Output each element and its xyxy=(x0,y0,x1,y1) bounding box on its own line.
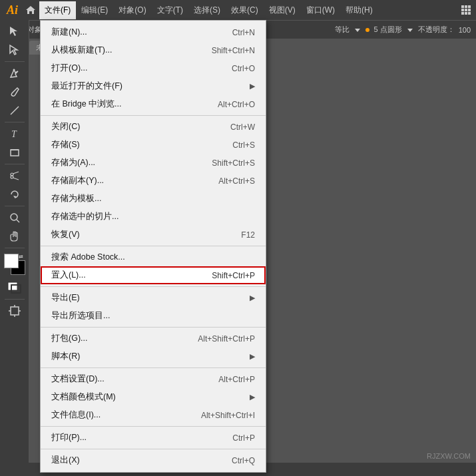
artboard-tool[interactable] xyxy=(3,302,27,320)
menu-save[interactable]: 存储(S) Ctrl+S xyxy=(41,136,266,154)
scale-label: 等比 xyxy=(335,25,350,35)
menu-search-adobe-stock[interactable]: 搜索 Adobe Stock... xyxy=(41,248,266,266)
menu-export-selection[interactable]: 导出所选项目... xyxy=(41,307,266,325)
file-menu-panel: 新建(N)... Ctrl+N 从模板新建(T)... Shift+Ctrl+N… xyxy=(40,20,266,473)
menu-recent-files[interactable]: 最近打开的文件(F) ▶ xyxy=(41,77,266,95)
menu-open[interactable]: 打开(O)... Ctrl+O xyxy=(41,59,266,77)
menu-new[interactable]: 新建(N)... Ctrl+N xyxy=(41,23,266,41)
fill-stroke-toggle[interactable] xyxy=(3,279,27,296)
tool-sep-2 xyxy=(5,122,25,122)
svg-marker-1 xyxy=(355,29,360,32)
tool-sep-1 xyxy=(5,61,25,62)
swap-colors-icon[interactable]: ⇄ xyxy=(19,254,25,260)
svg-line-6 xyxy=(11,107,19,115)
opacity-value: 100 xyxy=(459,26,471,34)
selection-tool[interactable] xyxy=(3,23,27,40)
menu-bar: Ai 文件(F) 编辑(E) 对象(O) 文字(T) 选择(S) 效果(C) 视… xyxy=(0,0,476,20)
svg-point-5 xyxy=(13,69,15,71)
svg-line-13 xyxy=(13,178,19,180)
layout-icon[interactable] xyxy=(461,5,471,15)
menu-file[interactable]: 文件(F) xyxy=(39,1,76,19)
sep-2 xyxy=(41,246,266,246)
color-dot xyxy=(365,28,369,32)
menu-package[interactable]: 打包(G)... Alt+Shift+Ctrl+P xyxy=(41,330,266,348)
menu-close[interactable]: 关闭(C) Ctrl+W xyxy=(41,118,266,136)
svg-marker-3 xyxy=(10,27,17,36)
shape-dropdown-icon xyxy=(406,26,414,34)
menu-doc-color-mode[interactable]: 文档颜色模式(M) ▶ xyxy=(41,388,266,406)
brush-tool[interactable] xyxy=(3,83,27,101)
svg-rect-8 xyxy=(11,150,19,156)
menu-text[interactable]: 文字(T) xyxy=(152,1,188,19)
menu-view[interactable]: 视图(V) xyxy=(264,1,301,19)
shape-tool[interactable] xyxy=(3,144,27,161)
scissors-tool[interactable] xyxy=(3,167,27,184)
menu-doc-setup[interactable]: 文档设置(D)... Alt+Ctrl+P xyxy=(41,370,266,388)
menu-revert[interactable]: 恢复(V) F12 xyxy=(41,226,266,244)
tool-sep-5 xyxy=(5,248,25,248)
ai-logo: Ai xyxy=(3,3,22,17)
menu-effect[interactable]: 效果(C) xyxy=(226,1,264,19)
menu-save-template[interactable]: 存储为模板... xyxy=(41,190,266,208)
color-selector[interactable]: ⇄ xyxy=(4,254,25,275)
zoom-tool[interactable] xyxy=(3,209,27,226)
menu-new-from-template[interactable]: 从模板新建(T)... Shift+Ctrl+N xyxy=(41,41,266,59)
watermark: RJZXW.COM xyxy=(427,452,471,460)
sep-6 xyxy=(41,426,266,427)
menu-save-copy[interactable]: 存储副本(Y)... Alt+Ctrl+S xyxy=(41,172,266,190)
menu-window[interactable]: 窗口(W) xyxy=(301,1,340,19)
menu-save-as[interactable]: 存储为(A)... Shift+Ctrl+S xyxy=(41,154,266,172)
svg-marker-2 xyxy=(407,29,413,32)
menu-quit[interactable]: 退出(X) Ctrl+Q xyxy=(41,451,266,469)
sep-5 xyxy=(41,367,266,368)
svg-text:T: T xyxy=(11,129,17,139)
menu-select[interactable]: 选择(S) xyxy=(188,1,226,19)
menu-browse-bridge[interactable]: 在 Bridge 中浏览... Alt+Ctrl+O xyxy=(41,95,266,113)
type-tool[interactable]: T xyxy=(3,125,27,142)
pen-tool[interactable] xyxy=(3,65,27,82)
scale-dropdown-icon xyxy=(354,26,361,34)
menu-file-info[interactable]: 文件信息(I)... Alt+Shift+Ctrl+I xyxy=(41,406,266,424)
svg-line-16 xyxy=(17,220,19,222)
line-tool[interactable] xyxy=(3,102,27,119)
menu-help[interactable]: 帮助(H) xyxy=(340,1,378,19)
sep-7 xyxy=(41,449,266,449)
tool-sep-6 xyxy=(5,299,25,300)
home-button[interactable] xyxy=(22,1,39,19)
menu-edit[interactable]: 编辑(E) xyxy=(76,1,113,19)
tool-sep-4 xyxy=(5,206,25,206)
foreground-color[interactable] xyxy=(4,254,19,268)
sep-4 xyxy=(41,327,266,328)
left-toolbar: T ⇄ xyxy=(0,20,29,463)
svg-line-12 xyxy=(13,172,19,174)
sep-3 xyxy=(41,286,266,287)
menu-object[interactable]: 对象(O) xyxy=(113,1,151,19)
menu-print[interactable]: 打印(P)... Ctrl+P xyxy=(41,429,266,447)
opacity-label: 不透明度： xyxy=(418,25,455,35)
menu-bar-right xyxy=(461,5,473,15)
svg-marker-0 xyxy=(26,6,35,14)
file-dropdown: 新建(N)... Ctrl+N 从模板新建(T)... Shift+Ctrl+N… xyxy=(40,20,266,473)
svg-rect-19 xyxy=(11,307,19,315)
menu-scripts[interactable]: 脚本(R) ▶ xyxy=(41,348,266,365)
svg-point-15 xyxy=(11,214,17,220)
direct-selection-tool[interactable] xyxy=(3,41,27,59)
hand-tool[interactable] xyxy=(3,228,27,245)
sep-1 xyxy=(41,115,266,116)
rotate-tool[interactable] xyxy=(3,186,27,203)
menu-save-selected-slices[interactable]: 存储选中的切片... xyxy=(41,208,266,226)
menu-export[interactable]: 导出(E) ▶ xyxy=(41,289,266,307)
menu-place[interactable]: 置入(L)... Shift+Ctrl+P xyxy=(41,266,266,284)
tool-sep-3 xyxy=(5,164,25,164)
shape-label: 5 点圆形 xyxy=(373,25,401,35)
svg-rect-17 xyxy=(8,282,17,290)
svg-marker-4 xyxy=(10,45,17,55)
